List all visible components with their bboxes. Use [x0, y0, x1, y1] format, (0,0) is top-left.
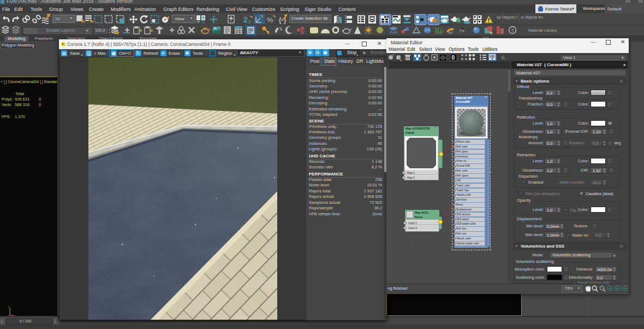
svg-text:y: y [8, 305, 10, 308]
